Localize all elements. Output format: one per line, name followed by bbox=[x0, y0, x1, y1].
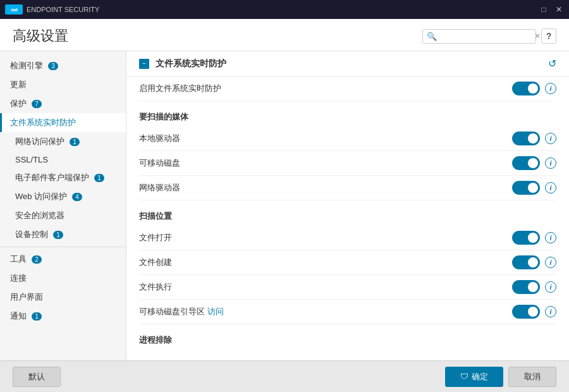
sidebar-badge-web: 4 bbox=[72, 193, 82, 201]
toggle-removable-boot[interactable] bbox=[512, 305, 540, 319]
ok-label: 确定 bbox=[472, 371, 488, 383]
setting-label-removable-disk: 可移动磁盘 bbox=[139, 157, 512, 169]
toggle-network-drives[interactable] bbox=[512, 181, 540, 195]
sidebar-item-email-protection[interactable]: 电子邮件客户端保护 1 bbox=[0, 168, 126, 187]
setting-row-local-drives: 本地驱动器 i bbox=[139, 126, 556, 151]
sidebar-item-network-protection[interactable]: 网络访问保护 1 bbox=[0, 132, 126, 151]
setting-row-network-drives: 网络驱动器 i bbox=[139, 176, 556, 200]
sidebar-badge-notifications: 1 bbox=[32, 312, 42, 321]
header: 高级设置 🔍 ✕ ? bbox=[0, 19, 569, 51]
toggle-local-drives[interactable] bbox=[512, 132, 540, 145]
sidebar-badge-device: 1 bbox=[53, 231, 63, 239]
info-icon-network-drives[interactable]: i bbox=[545, 182, 556, 193]
setting-controls-removable-boot: i bbox=[512, 305, 556, 319]
setting-controls-enable-realtime: i bbox=[512, 82, 556, 95]
setting-controls-file-execute: i bbox=[512, 280, 556, 294]
setting-label-file-open: 文件打开 bbox=[139, 232, 512, 243]
toggle-file-open[interactable] bbox=[512, 231, 540, 245]
default-button[interactable]: 默认 bbox=[13, 367, 61, 387]
setting-label-local-drives: 本地驱动器 bbox=[139, 133, 512, 144]
page-title: 高级设置 bbox=[13, 27, 68, 46]
main-panel: − 文件系统实时防护 ↺ 启用文件系统实时防护 i 要扫描的媒体 本地驱动器 bbox=[126, 51, 569, 360]
setting-label-file-execute: 文件执行 bbox=[139, 281, 512, 293]
sidebar-badge-network: 1 bbox=[70, 138, 80, 146]
sidebar-item-connect[interactable]: 连接 bbox=[0, 269, 126, 288]
window-controls: □ ✕ bbox=[539, 4, 564, 15]
header-right: 🔍 ✕ ? bbox=[422, 28, 556, 44]
main-wrapper: 高级设置 🔍 ✕ ? 检测引擎 3 更新 保护 7 bbox=[0, 19, 569, 392]
panel-reset-button[interactable]: ↺ bbox=[548, 58, 556, 70]
search-clear-button[interactable]: ✕ bbox=[534, 32, 541, 40]
cancel-button[interactable]: 取消 bbox=[508, 367, 556, 387]
setting-controls-file-create: i bbox=[512, 255, 556, 269]
sidebar-item-tools[interactable]: 工具 2 bbox=[0, 250, 126, 269]
sidebar: 检测引擎 3 更新 保护 7 文件系统实时防护 网络访问保护 1 SSL/TLS… bbox=[0, 51, 126, 360]
setting-row-removable-disk: 可移动磁盘 i bbox=[139, 151, 556, 176]
setting-controls-network-drives: i bbox=[512, 181, 556, 195]
info-icon-enable-realtime[interactable]: i bbox=[545, 83, 556, 94]
ok-button[interactable]: 🛡 确定 bbox=[445, 367, 503, 387]
help-button[interactable]: ? bbox=[541, 28, 556, 44]
sidebar-badge-detection-engine: 3 bbox=[48, 62, 58, 70]
setting-controls-file-open: i bbox=[512, 231, 556, 245]
close-button[interactable]: ✕ bbox=[554, 4, 564, 15]
sidebar-item-label: 电子邮件客户端保护 bbox=[15, 172, 89, 183]
info-icon-removable-disk[interactable]: i bbox=[545, 157, 556, 169]
search-icon: 🔍 bbox=[427, 32, 437, 41]
sidebar-item-label: 连接 bbox=[10, 273, 27, 284]
sidebar-item-safe-browser[interactable]: 安全的浏览器 bbox=[0, 206, 126, 225]
sidebar-badge-email: 1 bbox=[94, 174, 104, 182]
sidebar-item-label: Web 访问保护 bbox=[15, 191, 67, 202]
panel-title: 文件系统实时防护 bbox=[156, 58, 548, 70]
setting-row-file-open: 文件打开 i bbox=[139, 226, 556, 250]
sidebar-item-label: 文件系统实时防护 bbox=[10, 117, 76, 128]
process-exclusions-content bbox=[139, 350, 556, 360]
sidebar-divider bbox=[0, 247, 126, 247]
sidebar-badge-protection: 7 bbox=[32, 100, 42, 108]
sidebar-item-label: 保护 bbox=[10, 98, 27, 109]
setting-label-file-create: 文件创建 bbox=[139, 257, 512, 268]
toggle-enable-realtime[interactable] bbox=[512, 82, 540, 95]
sidebar-badge-tools: 2 bbox=[32, 255, 42, 264]
removable-boot-link[interactable]: 访问 bbox=[207, 307, 224, 316]
search-input[interactable] bbox=[439, 32, 534, 40]
info-icon-removable-boot[interactable]: i bbox=[545, 306, 556, 317]
toggle-removable-disk[interactable] bbox=[512, 156, 540, 170]
bottom-bar: 默认 🛡 确定 取消 bbox=[0, 360, 569, 392]
setting-label-enable-realtime: 启用文件系统实时防护 bbox=[139, 83, 512, 94]
sidebar-item-protection[interactable]: 保护 7 bbox=[0, 94, 126, 113]
sidebar-item-label: 网络访问保护 bbox=[15, 136, 64, 147]
panel-header: − 文件系统实时防护 ↺ bbox=[126, 51, 569, 77]
footer-right-buttons: 🛡 确定 取消 bbox=[445, 367, 556, 387]
minimize-button[interactable]: □ bbox=[539, 4, 549, 15]
sidebar-item-realtime[interactable]: 文件系统实时防护 bbox=[0, 113, 126, 132]
setting-label-removable-boot: 可移动磁盘引导区 访问 bbox=[139, 306, 512, 317]
app-logo: eset bbox=[5, 4, 23, 15]
sidebar-item-label: 更新 bbox=[10, 79, 27, 90]
info-icon-file-execute[interactable]: i bbox=[545, 281, 556, 293]
setting-label-network-drives: 网络驱动器 bbox=[139, 182, 512, 193]
sidebar-item-user-interface[interactable]: 用户界面 bbox=[0, 288, 126, 307]
panel-collapse-button[interactable]: − bbox=[139, 59, 149, 69]
sidebar-item-update[interactable]: 更新 bbox=[0, 75, 126, 94]
setting-row-removable-boot: 可移动磁盘引导区 访问 i bbox=[139, 300, 556, 324]
toggle-file-create[interactable] bbox=[512, 255, 540, 269]
sidebar-item-label: 安全的浏览器 bbox=[15, 210, 64, 221]
sidebar-item-web-protection[interactable]: Web 访问保护 4 bbox=[0, 187, 126, 206]
titlebar: eset ENDPOINT SECURITY □ ✕ bbox=[0, 0, 569, 19]
sidebar-item-ssl-tls[interactable]: SSL/TLS bbox=[0, 151, 126, 168]
sidebar-item-label: 检测引擎 bbox=[10, 60, 43, 71]
setting-controls-local-drives: i bbox=[512, 132, 556, 145]
shield-icon: 🛡 bbox=[460, 372, 468, 381]
sidebar-item-label: 通知 bbox=[10, 310, 27, 322]
info-icon-file-open[interactable]: i bbox=[545, 232, 556, 243]
sidebar-item-detection-engine[interactable]: 检测引擎 3 bbox=[0, 56, 126, 75]
info-icon-file-create[interactable]: i bbox=[545, 257, 556, 268]
toggle-file-execute[interactable] bbox=[512, 280, 540, 294]
section-heading-process-exclusions: 进程排除 bbox=[139, 324, 556, 350]
sidebar-item-notifications[interactable]: 通知 1 bbox=[0, 307, 126, 326]
sidebar-item-device-control[interactable]: 设备控制 1 bbox=[0, 225, 126, 244]
sidebar-item-label: 设备控制 bbox=[15, 229, 48, 240]
sidebar-item-label: 工具 bbox=[10, 254, 27, 265]
info-icon-local-drives[interactable]: i bbox=[545, 133, 556, 144]
